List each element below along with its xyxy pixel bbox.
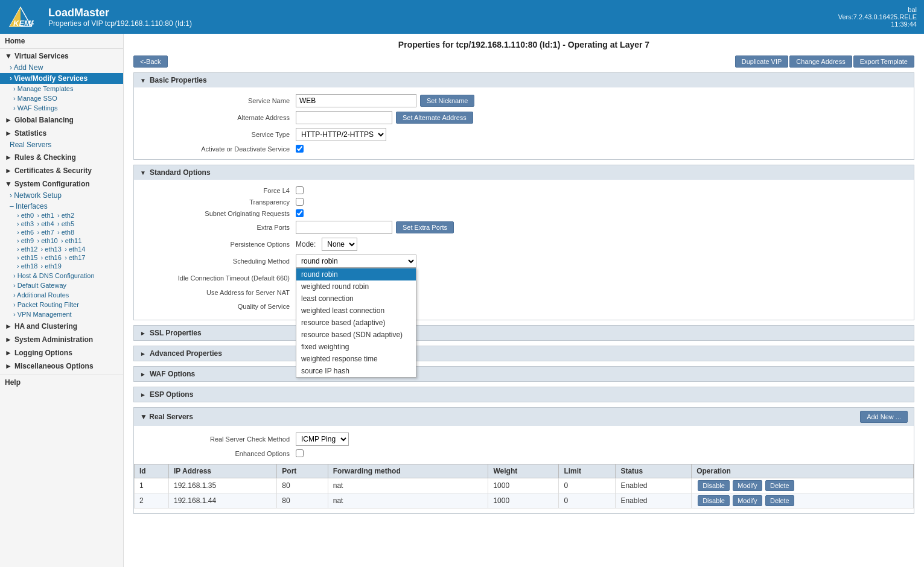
service-name-input[interactable] [296, 94, 416, 107]
row2-disable-button[interactable]: Disable [698, 495, 730, 506]
row2-modify-button[interactable]: Modify [733, 495, 762, 506]
subnet-checkbox[interactable] [296, 209, 304, 217]
change-address-button[interactable]: Change Address [789, 55, 852, 68]
sidebar-manage-templates[interactable]: › Manage Templates [0, 84, 123, 93]
force-l4-checkbox[interactable] [296, 186, 304, 194]
sidebar-manage-sso[interactable]: › Manage SSO [0, 93, 123, 103]
export-template-button[interactable]: Export Template [853, 55, 914, 68]
eth11-link[interactable]: › eth11 [61, 237, 81, 245]
row1-delete-button[interactable]: Delete [765, 480, 794, 491]
sidebar-ha[interactable]: ►HA and Clustering [0, 319, 123, 332]
dropdown-option-round-robin[interactable]: round robin [296, 268, 416, 280]
activate-checkbox[interactable] [296, 145, 304, 153]
row2-delete-button[interactable]: Delete [765, 495, 794, 506]
eth19-link[interactable]: › eth19 [41, 262, 62, 271]
dropdown-option-weighted-resp[interactable]: weighted response time [296, 353, 416, 365]
sidebar-global-balancing[interactable]: ►Global Balancing [0, 113, 123, 126]
row1-disable-button[interactable]: Disable [698, 480, 730, 491]
alternate-address-input[interactable] [296, 111, 392, 124]
server-nat-label: Use Address for Server NAT [139, 289, 296, 296]
set-extra-ports-button[interactable]: Set Extra Ports [396, 221, 454, 233]
sidebar-add-new[interactable]: › Add New [0, 62, 123, 73]
table-row: 1 192.168.1.35 80 nat 1000 0 Enabled Dis… [135, 478, 914, 493]
sidebar-packet-routing[interactable]: › Packet Routing Filter [0, 300, 123, 309]
advanced-properties-header[interactable]: ► Advanced Properties [134, 346, 914, 361]
dropdown-option-resource-adaptive[interactable]: resource based (adaptive) [296, 317, 416, 329]
transparency-row: Transparency [134, 196, 914, 207]
ssl-properties-header[interactable]: ► SSL Properties [134, 326, 914, 340]
row1-modify-button[interactable]: Modify [733, 480, 762, 491]
sidebar-waf-settings[interactable]: › WAF Settings [0, 103, 123, 113]
add-new-button[interactable]: Add New ... [860, 411, 908, 423]
dropdown-option-least-conn[interactable]: least connection [296, 293, 416, 305]
dropdown-option-weighted-lc[interactable]: weighted least connection [296, 305, 416, 317]
sidebar-network-setup[interactable]: › Network Setup [0, 190, 123, 201]
sidebar-virtual-services[interactable]: ▼Virtual Services [0, 49, 123, 62]
sidebar-default-gateway[interactable]: › Default Gateway [0, 280, 123, 290]
waf-options-header[interactable]: ► WAF Options [134, 367, 914, 381]
esp-options-header[interactable]: ► ESP Options [134, 387, 914, 402]
extra-ports-input[interactable] [296, 221, 392, 234]
sidebar-rules[interactable]: ►Rules & Checking [0, 150, 123, 163]
enhanced-checkbox[interactable] [296, 449, 304, 457]
sidebar-certificates[interactable]: ►Certificates & Security [0, 163, 123, 177]
sidebar-view-modify[interactable]: › View/Modify Services [0, 73, 123, 84]
dropdown-option-resource-sdn[interactable]: resource based (SDN adaptive) [296, 329, 416, 341]
eth6-link[interactable]: › eth6 [17, 229, 34, 237]
activate-row: Activate or Deactivate Service [134, 143, 914, 154]
sidebar-logging[interactable]: ►Logging Options [0, 346, 123, 359]
row1-method: nat [328, 478, 488, 493]
basic-properties-header[interactable]: ▼ Basic Properties [134, 73, 914, 87]
eth8-link[interactable]: › eth8 [57, 229, 74, 237]
sidebar-system-config[interactable]: ▼System Configuration [0, 177, 123, 190]
eth18-link[interactable]: › eth18 [17, 262, 37, 271]
eth12-link[interactable]: › eth12 [17, 245, 37, 254]
eth4-link[interactable]: › eth4 [37, 220, 54, 229]
standard-options-header[interactable]: ▼ Standard Options [134, 165, 914, 180]
service-type-select[interactable]: HTTP-HTTP/2-HTTPS [296, 128, 386, 141]
duplicate-vip-button[interactable]: Duplicate VIP [735, 55, 789, 68]
eth13-link[interactable]: › eth13 [41, 245, 62, 254]
sidebar-host-dns[interactable]: › Host & DNS Configuration [0, 271, 123, 280]
eth14-link[interactable]: › eth14 [65, 245, 85, 254]
eth3-link[interactable]: › eth3 [17, 220, 34, 229]
eth16-link[interactable]: › eth16 [41, 254, 62, 262]
set-nickname-button[interactable]: Set Nickname [420, 95, 474, 107]
eth0-link[interactable]: › eth0 [17, 212, 34, 220]
sidebar-sysadmin[interactable]: ►System Administration [0, 332, 123, 346]
transparency-checkbox[interactable] [296, 198, 304, 206]
check-method-select[interactable]: ICMP Ping [296, 432, 349, 446]
col-status: Status [616, 464, 692, 478]
set-alternate-button[interactable]: Set Alternate Address [396, 112, 473, 124]
service-name-control: Set Nickname [296, 94, 474, 107]
dropdown-option-source-ip[interactable]: source IP hash [296, 365, 416, 377]
eth1-link[interactable]: › eth1 [37, 212, 54, 220]
eth9-link[interactable]: › eth9 [17, 237, 34, 245]
eth7-link[interactable]: › eth7 [37, 229, 54, 237]
sidebar-real-servers[interactable]: Real Servers [0, 139, 123, 150]
sidebar-additional-routes[interactable]: › Additional Routes [0, 290, 123, 300]
eth2-link[interactable]: › eth2 [57, 212, 74, 220]
sidebar-help[interactable]: Help [0, 375, 123, 390]
sidebar-vpn[interactable]: › VPN Management [0, 309, 123, 319]
dropdown-option-weighted-rr[interactable]: weighted round robin [296, 280, 416, 293]
sidebar-interfaces[interactable]: – Interfaces [0, 201, 123, 212]
eth15-link[interactable]: › eth15 [17, 254, 37, 262]
persistence-select[interactable]: None [322, 238, 357, 251]
eth10-link[interactable]: › eth10 [37, 237, 57, 245]
sidebar-statistics[interactable]: ►Statistics [0, 126, 123, 139]
eth17-link[interactable]: › eth17 [65, 254, 85, 262]
real-servers-header-left: ▼ Real Servers [140, 413, 193, 421]
sidebar-misc[interactable]: ►Miscellaneous Options [0, 359, 123, 372]
eth5-link[interactable]: › eth5 [57, 220, 74, 229]
real-servers-section: ▼ Real Servers Add New ... Real Server C… [133, 407, 914, 514]
top-buttons: Duplicate VIP Change Address Export Temp… [735, 55, 914, 68]
dropdown-option-fixed[interactable]: fixed weighting [296, 341, 416, 353]
scheduling-select[interactable]: round robin [296, 255, 416, 268]
back-button[interactable]: <-Back [133, 55, 168, 68]
col-weight: Weight [488, 464, 559, 478]
sidebar-home[interactable]: Home [0, 34, 123, 49]
real-servers-header[interactable]: ▼ Real Servers Add New ... [134, 408, 914, 426]
service-name-row: Service Name Set Nickname [134, 92, 914, 109]
arrow-icon: ► [5, 129, 12, 138]
